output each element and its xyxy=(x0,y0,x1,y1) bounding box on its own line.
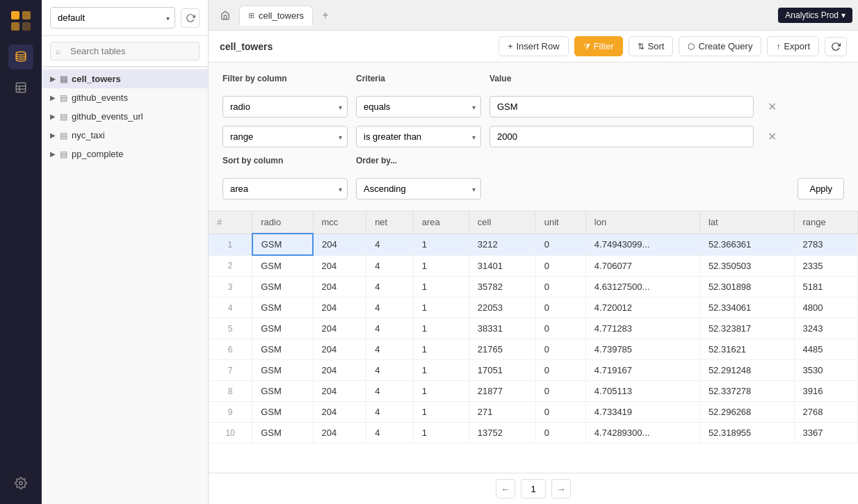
table-cell-mcc[interactable]: 204 xyxy=(313,255,366,277)
table-cell-unit[interactable]: 0 xyxy=(535,339,585,360)
table-row[interactable]: 10GSM204411375204.74289300...52.31895533… xyxy=(209,423,858,444)
database-selector-wrapper[interactable]: default ▾ xyxy=(50,7,175,29)
table-cell-cell[interactable]: 31401 xyxy=(469,255,535,277)
create-query-button[interactable]: ⬡ Create Query xyxy=(679,36,761,56)
table-cell-range[interactable]: 4485 xyxy=(794,339,857,360)
insert-row-button[interactable]: + Insert Row xyxy=(499,36,568,56)
table-cell-area[interactable]: 1 xyxy=(413,298,469,318)
table-cell-mcc[interactable]: 204 xyxy=(313,423,366,444)
table-cell-mcc[interactable]: 204 xyxy=(313,339,366,360)
table-cell-lat[interactable]: 52.296268 xyxy=(699,402,794,423)
table-cell-mcc[interactable]: 204 xyxy=(313,360,366,381)
table-cell-cell[interactable]: 21877 xyxy=(469,381,535,402)
table-cell-lon[interactable]: 4.720012 xyxy=(585,298,699,318)
table-row[interactable]: 8GSM204412187704.70511352.3372783916 xyxy=(209,381,858,402)
table-cell-row[interactable]: 3 xyxy=(209,277,252,298)
nav-settings-icon[interactable] xyxy=(8,471,33,496)
filter-col-1-select[interactable]: radio mcc net area cell unit lon lat ran… xyxy=(222,96,348,117)
tab-add-button[interactable]: + xyxy=(316,6,335,25)
table-cell-row[interactable]: 4 xyxy=(209,298,252,318)
table-cell-radio[interactable]: GSM xyxy=(252,381,313,402)
table-cell-range[interactable]: 3916 xyxy=(794,381,857,402)
filter-col-2-select[interactable]: radio mcc net area cell unit lon lat ran… xyxy=(222,126,348,147)
sort-button[interactable]: ⇅ Sort xyxy=(629,36,674,56)
sort-order-select[interactable]: Ascending Descending xyxy=(356,178,481,200)
table-cell-net[interactable]: 4 xyxy=(366,402,414,423)
table-cell-area[interactable]: 1 xyxy=(413,381,469,402)
pagination-prev-button[interactable]: ← xyxy=(496,479,515,498)
table-cell-area[interactable]: 1 xyxy=(413,255,469,277)
refresh-data-button[interactable] xyxy=(825,37,847,56)
table-cell-radio[interactable]: GSM xyxy=(252,423,313,444)
table-cell-area[interactable]: 1 xyxy=(413,318,469,339)
nav-database-icon[interactable] xyxy=(8,44,33,70)
filter-criteria-2-wrapper[interactable]: equals not equals is greater than is les… xyxy=(356,126,481,147)
table-cell-cell[interactable]: 17051 xyxy=(469,360,535,381)
tab-home-button[interactable] xyxy=(214,4,236,26)
table-cell-unit[interactable]: 0 xyxy=(535,381,585,402)
table-cell-radio[interactable]: GSM xyxy=(252,318,313,339)
table-cell-net[interactable]: 4 xyxy=(366,318,414,339)
table-cell-lat[interactable]: 52.301898 xyxy=(699,277,794,298)
filter-criteria-1-wrapper[interactable]: equals not equals is greater than is les… xyxy=(356,96,481,117)
table-cell-area[interactable]: 1 xyxy=(413,360,469,381)
table-row[interactable]: 2GSM204413140104.70607752.3505032335 xyxy=(209,255,858,277)
sidebar-refresh-button[interactable] xyxy=(181,8,200,28)
table-cell-unit[interactable]: 0 xyxy=(535,360,585,381)
table-cell-cell[interactable]: 271 xyxy=(469,402,535,423)
tab-cell-towers[interactable]: ⊞ cell_towers xyxy=(239,6,313,26)
table-cell-net[interactable]: 4 xyxy=(366,423,414,444)
table-cell-cell[interactable]: 3212 xyxy=(469,234,535,255)
sidebar-table-item-cell_towers[interactable]: ▶ ▤ cell_towers xyxy=(42,70,208,88)
apply-button[interactable]: Apply xyxy=(798,178,844,200)
table-cell-range[interactable]: 2768 xyxy=(794,402,857,423)
filter-row-2-remove-button[interactable]: ✕ xyxy=(765,127,779,146)
table-cell-row[interactable]: 9 xyxy=(209,402,252,423)
table-cell-unit[interactable]: 0 xyxy=(535,234,585,255)
table-cell-radio[interactable]: GSM xyxy=(252,298,313,318)
table-cell-row[interactable]: 7 xyxy=(209,360,252,381)
table-cell-unit[interactable]: 0 xyxy=(535,402,585,423)
filter-col-2-wrapper[interactable]: radio mcc net area cell unit lon lat ran… xyxy=(222,126,348,147)
table-row[interactable]: 7GSM204411705104.71916752.2912483530 xyxy=(209,360,858,381)
table-cell-cell[interactable]: 38331 xyxy=(469,318,535,339)
table-cell-unit[interactable]: 0 xyxy=(535,255,585,277)
table-cell-row[interactable]: 6 xyxy=(209,339,252,360)
table-cell-lat[interactable]: 52.31621 xyxy=(699,339,794,360)
table-cell-lon[interactable]: 4.771283 xyxy=(585,318,699,339)
table-cell-lat[interactable]: 52.350503 xyxy=(699,255,794,277)
sidebar-table-item-pp_complete[interactable]: ▶ ▤ pp_complete xyxy=(42,145,208,163)
filter-col-1-wrapper[interactable]: radio mcc net area cell unit lon lat ran… xyxy=(222,96,348,117)
table-cell-unit[interactable]: 0 xyxy=(535,277,585,298)
table-cell-range[interactable]: 5181 xyxy=(794,277,857,298)
table-cell-net[interactable]: 4 xyxy=(366,255,414,277)
table-cell-lon[interactable]: 4.705113 xyxy=(585,381,699,402)
table-cell-lat[interactable]: 52.334061 xyxy=(699,298,794,318)
table-cell-lon[interactable]: 4.63127500... xyxy=(585,277,699,298)
table-cell-mcc[interactable]: 204 xyxy=(313,381,366,402)
table-cell-unit[interactable]: 0 xyxy=(535,318,585,339)
table-cell-lon[interactable]: 4.719167 xyxy=(585,360,699,381)
analytics-badge[interactable]: Analytics Prod ▾ xyxy=(778,8,852,23)
filter-row-1-remove-button[interactable]: ✕ xyxy=(765,97,779,116)
database-selector[interactable]: default xyxy=(50,7,175,29)
nav-query-icon[interactable] xyxy=(8,75,33,100)
table-cell-lon[interactable]: 4.733419 xyxy=(585,402,699,423)
table-cell-net[interactable]: 4 xyxy=(366,381,414,402)
table-cell-mcc[interactable]: 204 xyxy=(313,318,366,339)
table-cell-lon[interactable]: 4.706077 xyxy=(585,255,699,277)
table-cell-range[interactable]: 2783 xyxy=(794,234,857,255)
table-cell-radio[interactable]: GSM xyxy=(252,277,313,298)
table-cell-row[interactable]: 10 xyxy=(209,423,252,444)
table-cell-cell[interactable]: 22053 xyxy=(469,298,535,318)
table-cell-lon[interactable]: 4.739785 xyxy=(585,339,699,360)
filter-button[interactable]: ⧩ Filter xyxy=(574,36,623,56)
filter-criteria-1-select[interactable]: equals not equals is greater than is les… xyxy=(356,96,481,117)
table-cell-unit[interactable]: 0 xyxy=(535,423,585,444)
table-row[interactable]: 4GSM204412205304.72001252.3340614800 xyxy=(209,298,858,318)
table-cell-area[interactable]: 1 xyxy=(413,339,469,360)
filter-value-1-input[interactable] xyxy=(489,96,754,117)
table-cell-radio[interactable]: GSM xyxy=(252,402,313,423)
export-button[interactable]: ↑ Export xyxy=(767,36,819,56)
table-cell-radio[interactable]: GSM xyxy=(252,360,313,381)
